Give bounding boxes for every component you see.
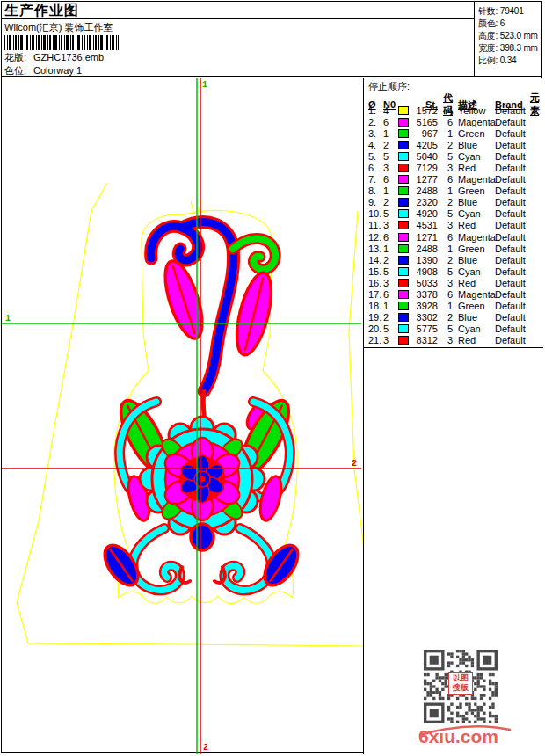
embroidery-design <box>98 222 305 592</box>
stat-value: 523.0 mm <box>500 31 538 40</box>
row-index: 6. <box>368 163 383 173</box>
color-swatch <box>398 302 409 310</box>
row-stitches: 1390 <box>411 255 438 265</box>
row-code: 1 <box>438 128 453 139</box>
table-row: 13. 1 2488 1 Green Default <box>364 243 543 254</box>
row-index: 2. <box>368 117 383 127</box>
row-stitches: 3378 <box>411 289 438 300</box>
color-swatch <box>398 267 409 276</box>
row-brand: Default <box>495 244 530 254</box>
color-swatch <box>398 324 409 333</box>
table-row: 21. 3 8312 3 Red Default <box>364 335 543 346</box>
row-color-name: Blue <box>453 312 495 323</box>
row-brand: Default <box>495 185 530 196</box>
stat-label: 针数: <box>478 6 498 16</box>
stop-sequence-table: 停止顺序: Ø N0 St. 代码 描述 Brand 元素 1. 4 157 <box>364 78 543 348</box>
row-index: 5. <box>368 151 383 162</box>
color-swatch <box>398 118 409 127</box>
colorway-label: 色位: <box>4 64 31 77</box>
row-stitches: 2488 <box>411 244 438 254</box>
row-stitches: 1572 <box>411 105 438 116</box>
table-row: 15. 5 4908 5 Cyan Default <box>364 265 543 277</box>
color-swatch <box>398 106 409 115</box>
row-needle: 3 <box>383 278 396 288</box>
row-color-name: Magenta <box>453 174 495 185</box>
table-row: 6. 3 7129 3 Red Default <box>364 162 543 173</box>
table-body: 1. 4 1572 4 Yellow Default 2. 6 51 <box>364 105 543 346</box>
row-index: 11. <box>368 220 383 230</box>
row-stitches: 7129 <box>411 163 438 173</box>
row-needle: 6 <box>383 289 396 300</box>
row-code: 1 <box>438 185 453 196</box>
row-brand: Default <box>495 255 530 265</box>
row-code: 6 <box>438 174 453 185</box>
stop-sequence-panel: 停止顺序: Ø N0 St. 代码 描述 Brand 元素 1. 4 157 <box>363 78 543 754</box>
row-index: 9. <box>368 197 383 207</box>
row-needle: 1 <box>383 244 396 254</box>
row-code: 3 <box>438 278 453 288</box>
row-brand: Default <box>495 174 530 185</box>
row-brand: Default <box>495 163 530 173</box>
crosshair-lines: 1 1 2 2 <box>2 78 361 754</box>
row-index: 17. <box>368 289 383 300</box>
row-color-name: Magenta <box>453 232 495 243</box>
row-stitches: 4920 <box>411 208 438 219</box>
color-swatch <box>398 129 409 138</box>
row-code: 2 <box>438 197 453 207</box>
row-stitches: 4205 <box>411 140 438 150</box>
row-stitches: 8312 <box>411 335 438 345</box>
row-brand: Default <box>495 151 530 162</box>
row-color-name: Cyan <box>453 266 495 277</box>
table-row: 5. 5 5040 5 Cyan Default <box>364 150 543 162</box>
table-row: 9. 2 2320 2 Blue Default <box>364 197 543 208</box>
color-swatch <box>398 256 409 265</box>
table-row: 14. 2 1390 2 Blue Default <box>364 254 543 265</box>
color-swatch <box>398 186 409 195</box>
row-index: 21. <box>368 335 383 345</box>
design-stats-box: 针数: 79401 颜色: 6 高度: 523.0 mm 宽度: 398.3 m… <box>474 2 541 77</box>
row-brand: Default <box>495 301 530 311</box>
row-index: 8. <box>368 185 383 196</box>
row-color-name: Yellow <box>453 105 495 116</box>
site-logo: 6xiu.com <box>418 726 498 747</box>
color-swatch <box>398 175 409 184</box>
table-row: 1. 4 1572 4 Yellow Default <box>364 105 543 116</box>
bottom-scroll-group <box>98 524 305 591</box>
row-code: 1 <box>438 244 453 254</box>
row-index: 19. <box>368 312 383 323</box>
table-row: 10. 5 4920 5 Cyan Default <box>364 208 543 220</box>
row-code: 6 <box>438 232 453 243</box>
row-needle: 1 <box>383 301 396 311</box>
stat-line: 宽度: 398.3 mm <box>478 42 541 55</box>
row-brand: Default <box>495 232 530 243</box>
colorway-value: Colorway 1 <box>33 65 82 76</box>
row-code: 3 <box>438 220 453 230</box>
row-code: 1 <box>438 301 453 311</box>
row-code: 3 <box>438 163 453 173</box>
row-color-name: Cyan <box>453 151 495 162</box>
row-needle: 6 <box>383 232 396 243</box>
row-brand: Default <box>495 140 530 150</box>
row-needle: 3 <box>383 335 396 345</box>
table-row: 3. 1 967 1 Green Default <box>364 127 543 139</box>
color-swatch <box>398 209 409 218</box>
row-index: 13. <box>368 244 383 254</box>
stat-line: 颜色: 6 <box>478 18 541 30</box>
row-index: 4. <box>368 140 383 150</box>
axis-label-right: 2 <box>352 459 357 469</box>
row-stitches: 3302 <box>411 312 438 323</box>
page-title: 生产作业图 <box>2 2 474 19</box>
color-swatch <box>398 290 409 299</box>
row-brand: Default <box>495 289 530 300</box>
stat-label: 宽度: <box>478 43 498 53</box>
row-needle: 6 <box>383 117 396 127</box>
row-needle: 5 <box>383 266 396 277</box>
stat-value: 79401 <box>500 6 524 16</box>
row-color-name: Blue <box>453 140 495 150</box>
row-index: 20. <box>368 323 383 334</box>
row-needle: 3 <box>383 220 396 230</box>
row-stitches: 4531 <box>411 220 438 230</box>
row-code: 4 <box>438 105 453 116</box>
row-brand: Default <box>495 117 530 127</box>
table-row: 18. 1 3928 1 Green Default <box>364 301 543 312</box>
